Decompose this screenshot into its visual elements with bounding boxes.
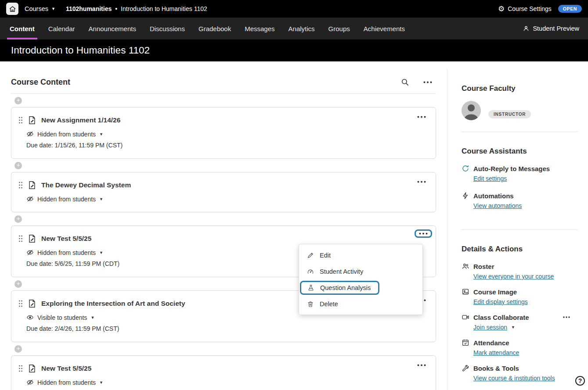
item-options-button-active[interactable] <box>415 229 432 238</box>
content-item-card: New Assignment 1/14/26 Hidden from stude… <box>11 107 436 159</box>
content-item-title[interactable]: The Dewey Decimal System <box>41 181 131 189</box>
course-content-panel: Course Content + New Assignm <box>11 75 436 390</box>
visibility-dropdown[interactable]: Hidden from students ▼ <box>26 193 429 204</box>
flask-icon <box>307 284 314 291</box>
page-title-band: Introduction to Humanities 1102 <box>0 39 588 61</box>
test-icon <box>27 234 37 243</box>
drag-handle-icon[interactable] <box>18 182 23 189</box>
course-content-heading: Course Content <box>11 78 70 87</box>
item-options-button[interactable] <box>414 179 429 185</box>
ellipsis-icon <box>423 81 432 83</box>
join-session-link[interactable]: Join session <box>473 324 507 331</box>
eye-slash-icon <box>26 195 34 203</box>
add-content-button[interactable]: + <box>14 97 22 104</box>
chevron-down-icon: ▼ <box>99 132 103 136</box>
courses-label: Courses <box>25 5 48 12</box>
course-assistants-heading: Course Assistants <box>462 147 577 156</box>
eye-icon <box>26 314 34 321</box>
question-analysis-highlight: Question Analysis <box>300 281 379 295</box>
tab-discussions[interactable]: Discussions <box>149 18 186 39</box>
menu-item-label: Student Activity <box>320 268 363 275</box>
chevron-down-icon[interactable]: ▼ <box>511 325 515 329</box>
content-item-title[interactable]: New Assignment 1/14/26 <box>41 116 120 124</box>
content-options-button[interactable] <box>422 80 433 85</box>
add-content-button[interactable]: + <box>14 280 22 288</box>
detail-books-tools: Books & Tools View course & institution … <box>462 363 577 383</box>
auto-reply-icon <box>462 165 469 172</box>
student-preview-icon <box>523 25 530 32</box>
open-status-badge[interactable]: OPEN <box>558 5 582 13</box>
drag-handle-icon[interactable] <box>18 235 23 242</box>
menu-item-student-activity[interactable]: Student Activity <box>299 263 422 279</box>
menu-item-label: Delete <box>320 301 338 308</box>
item-context-menu: Edit Student Activity Question Analysis … <box>299 244 423 315</box>
content-item-title[interactable]: Exploring the Intersection of Art and So… <box>41 300 185 308</box>
visibility-dropdown[interactable]: Hidden from students ▼ <box>26 377 429 388</box>
search-icon <box>401 78 409 86</box>
menu-item-edit[interactable]: Edit <box>299 247 422 263</box>
assistant-title: Auto-Reply to Messages <box>473 165 550 172</box>
content-item-title[interactable]: New Test 5/5/25 <box>41 365 91 372</box>
detail-roster: Roster View everyone in your course <box>462 261 577 281</box>
chevron-down-icon: ▼ <box>99 380 103 385</box>
add-content-button[interactable]: + <box>14 162 22 169</box>
content-item-title[interactable]: New Test 5/5/25 <box>41 235 91 243</box>
help-button[interactable]: ? <box>575 376 585 386</box>
course-settings-label: Course Settings <box>508 5 552 12</box>
books-tools-link[interactable]: View course & institution tools <box>473 375 555 382</box>
tab-analytics[interactable]: Analytics <box>288 18 316 39</box>
tab-calendar[interactable]: Calendar <box>47 18 76 39</box>
course-settings-button[interactable]: ⚙ Course Settings <box>498 5 552 13</box>
breadcrumb-separator: • <box>115 5 117 12</box>
eye-slash-icon <box>26 249 34 256</box>
mark-attendance-link[interactable]: Mark attendance <box>473 349 519 356</box>
due-date-label: Due date: 1/15/26, 11:59 PM (CST) <box>26 142 429 151</box>
instructor-role-badge: INSTRUCTOR <box>488 110 531 118</box>
tab-gradebook[interactable]: Gradebook <box>198 18 232 39</box>
content-item-card: The Dewey Decimal System Hidden from stu… <box>11 172 436 212</box>
gauge-icon <box>307 268 314 275</box>
drag-handle-icon[interactable] <box>18 117 23 124</box>
content-item-card: New Test 5/5/25 Hidden from students ▼ D… <box>11 355 436 390</box>
view-automations-link[interactable]: View automations <box>473 202 522 209</box>
tab-achievements[interactable]: Achievements <box>363 18 406 39</box>
course-faculty-section: Course Faculty INSTRUCTOR <box>462 69 577 132</box>
search-button[interactable] <box>400 77 411 88</box>
visibility-label: Hidden from students <box>37 249 96 256</box>
chevron-down-icon: ▼ <box>99 250 103 255</box>
trash-icon <box>307 301 314 308</box>
detail-attendance: Attendance Mark attendance <box>462 338 577 357</box>
detail-course-image: Course Image Edit display settings <box>462 287 577 306</box>
course-assistants-section: Course Assistants Auto-Reply to Messages… <box>462 132 577 230</box>
course-image-link[interactable]: Edit display settings <box>473 298 528 305</box>
video-camera-icon <box>462 313 469 321</box>
tab-announcements[interactable]: Announcements <box>88 18 137 39</box>
courses-dropdown[interactable]: Courses ▼ <box>25 5 55 12</box>
collaborate-options-button[interactable] <box>562 315 571 319</box>
details-actions-heading: Details & Actions <box>462 245 577 254</box>
chevron-down-icon: ▼ <box>99 197 103 201</box>
menu-item-label: Question Analysis <box>320 284 371 291</box>
item-options-button[interactable] <box>414 114 429 120</box>
menu-item-label: Edit <box>320 252 331 259</box>
tab-content[interactable]: Content <box>9 18 36 39</box>
tab-messages[interactable]: Messages <box>244 18 275 39</box>
edit-settings-link[interactable]: Edit settings <box>473 175 507 182</box>
drag-handle-icon[interactable] <box>18 300 23 307</box>
eye-slash-icon <box>26 379 34 386</box>
menu-item-question-analysis[interactable]: Question Analysis <box>299 279 422 296</box>
visibility-dropdown[interactable]: Hidden from students ▼ <box>26 129 429 140</box>
drag-handle-icon[interactable] <box>18 365 23 372</box>
menu-item-delete[interactable]: Delete <box>299 296 422 312</box>
roster-link[interactable]: View everyone in your course <box>473 273 554 280</box>
add-content-button[interactable]: + <box>14 215 22 223</box>
student-preview-button[interactable]: Student Preview <box>523 18 579 39</box>
eye-slash-icon <box>26 130 34 138</box>
instructor-avatar[interactable] <box>462 101 481 120</box>
tab-groups[interactable]: Groups <box>328 18 351 39</box>
chevron-down-icon: ▼ <box>51 7 55 11</box>
home-button[interactable] <box>6 3 18 15</box>
assignment-icon <box>27 299 37 308</box>
add-content-button[interactable]: + <box>14 345 22 353</box>
item-options-button[interactable] <box>414 362 429 368</box>
